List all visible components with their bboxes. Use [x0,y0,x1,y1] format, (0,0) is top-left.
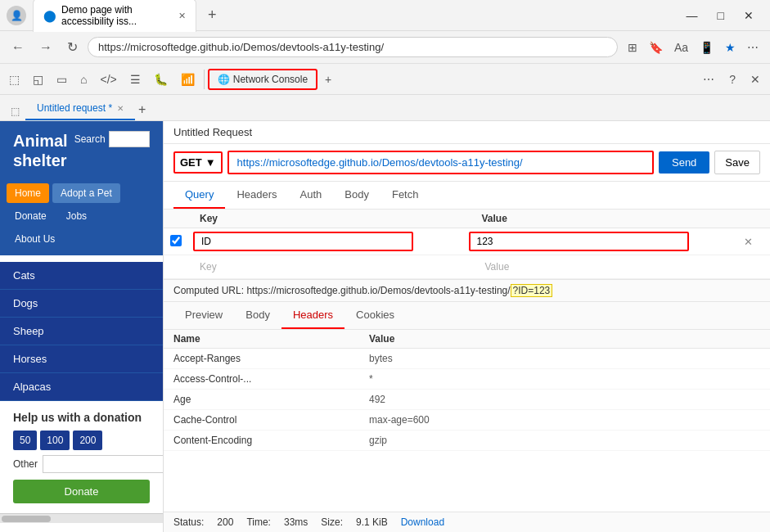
devtools-tabbar: ⬚ Untitled request * ✕ + [0,95,770,121]
collections-icon[interactable]: 🔖 [644,38,668,57]
nav-row-1: Home Adopt a Pet [7,183,156,203]
forward-button[interactable]: → [34,37,57,58]
send-button[interactable]: Send [659,151,709,174]
method-select[interactable]: GET ▼ [173,151,223,174]
cats-item[interactable]: Cats [0,262,163,290]
refresh-button[interactable]: ↻ [62,36,83,58]
donate-amounts: 50 100 200 [13,431,150,450]
network-console-panel: Untitled Request GET ▼ Send Save Query H… [164,121,770,532]
about-nav-button[interactable]: About Us [7,229,63,249]
key-column-header: Key [193,213,482,224]
devtools-toolbar: ⬚ ◱ ▭ ⌂ </> ☰ 🐛 📶 🌐 Network Console + ⋯ … [0,64,770,95]
elements-panel-button[interactable]: ▭ [51,70,73,89]
header-row-cache-control: Cache-Control max-age=600 [164,410,770,431]
header-name-cache-control: Cache-Control [173,414,369,426]
donate-50-button[interactable]: 50 [13,431,37,450]
home-nav-button[interactable]: Home [7,183,49,203]
headers-table-header: Name Value [164,330,770,349]
scrollbar-thumb[interactable] [2,516,51,522]
size-label: Size: [321,516,343,528]
status-bar: Status: 200 Time: 33ms Size: 9.1 KiB Dow… [164,512,770,532]
param-row: ✕ [164,228,770,255]
more-tools-icon[interactable]: ⋯ [742,38,763,57]
dogs-item[interactable]: Dogs [0,290,163,318]
network-console-button[interactable]: 🌐 Network Console [208,69,317,90]
auth-tab[interactable]: Auth [289,182,334,209]
donate-200-button[interactable]: 200 [73,431,102,450]
nav-row-2: Donate Jobs [7,206,156,226]
sidebar-scrollbar[interactable] [0,513,163,523]
param-empty-row: Key Value [164,255,770,279]
edge-icon: ⬤ [43,9,56,22]
other-label: Other [13,458,38,470]
adopt-nav-button[interactable]: Adopt a Pet [52,183,120,203]
param-checkbox[interactable] [170,235,182,246]
request-title: Untitled Request [164,121,770,144]
param-empty-value: Value [479,259,764,275]
donate-other-input[interactable] [43,455,164,473]
query-tab[interactable]: Query [173,182,225,209]
site-header: Animal shelter Search [0,121,163,180]
param-delete-button[interactable]: ✕ [744,236,763,248]
more-options-button[interactable]: ⋯ [696,70,721,89]
console-panel-button[interactable]: ☰ [124,70,146,89]
header-name-accept-ranges: Accept-Ranges [173,353,369,364]
url-input[interactable] [227,151,654,174]
fetch-tab[interactable]: Fetch [380,182,430,209]
save-button[interactable]: Save [714,151,760,174]
tab-close-button[interactable]: ✕ [178,11,186,21]
reading-view-icon[interactable]: Aa [669,38,693,57]
computed-url-label: Computed URL: [173,285,244,296]
tab-close-icon[interactable]: ✕ [117,104,124,113]
browser-tab-active[interactable]: ⬤ Demo page with accessibility iss... ✕ [33,0,196,32]
preview-tab[interactable]: Preview [173,302,234,329]
close-button[interactable]: ✕ [734,6,763,25]
donate-submit-button[interactable]: Donate [13,480,150,503]
split-screen-icon[interactable]: ⊞ [623,38,642,57]
param-key-input[interactable] [193,232,413,251]
help-button[interactable]: ? [723,70,742,89]
donate-other-row: Other [13,455,150,473]
headers-response-tab[interactable]: Headers [281,302,344,329]
add-tab-button[interactable]: + [135,99,149,120]
cookies-tab[interactable]: Cookies [344,302,406,329]
sheep-item[interactable]: Sheep [0,318,163,345]
inspect-element-button[interactable]: ⬚ [3,70,25,89]
close-devtools-button[interactable]: ✕ [744,70,767,89]
body-response-tab[interactable]: Body [234,302,281,329]
horses-item[interactable]: Horses [0,345,163,373]
header-value-age: 492 [369,394,760,405]
website-sidebar: Animal shelter Search Home Adopt a Pet D… [0,121,164,532]
header-value-accept-ranges: bytes [369,353,760,364]
untitled-request-tab[interactable]: Untitled request * ✕ [25,97,135,120]
back-button[interactable]: ← [7,37,29,58]
search-label: Search [74,133,106,145]
header-value-col: Value [369,333,760,345]
new-tab-button[interactable]: + [203,5,222,25]
search-input[interactable] [109,131,150,147]
header-row-age: Age 492 [164,390,770,410]
tab-list-button[interactable]: ⬚ [5,102,25,120]
minimize-button[interactable]: — [677,6,708,25]
header-value-content-encoding: gzip [369,435,760,446]
favorites-icon[interactable]: ★ [720,38,741,57]
donate-100-button[interactable]: 100 [40,431,70,450]
body-tab[interactable]: Body [333,182,380,209]
screencasting-icon[interactable]: 📱 [695,38,718,57]
donate-nav-button[interactable]: Donate [7,206,55,226]
sources-panel-button[interactable]: </> [94,70,122,89]
param-checkbox-cell [170,235,193,249]
network-panel-button[interactable]: 📶 [175,70,200,89]
site-search: Search [74,131,150,147]
param-value-input[interactable] [469,232,689,251]
home-panel-button[interactable]: ⌂ [74,70,92,89]
add-panel-button[interactable]: + [319,70,337,89]
address-input[interactable] [88,37,618,57]
jobs-nav-button[interactable]: Jobs [58,206,95,226]
maximize-button[interactable]: □ [708,6,734,25]
debugger-panel-button[interactable]: 🐛 [148,70,173,89]
alpacas-item[interactable]: Alpacas [0,373,163,401]
headers-request-tab[interactable]: Headers [225,182,288,209]
device-toolbar-button[interactable]: ◱ [27,70,49,89]
download-link[interactable]: Download [401,516,444,528]
